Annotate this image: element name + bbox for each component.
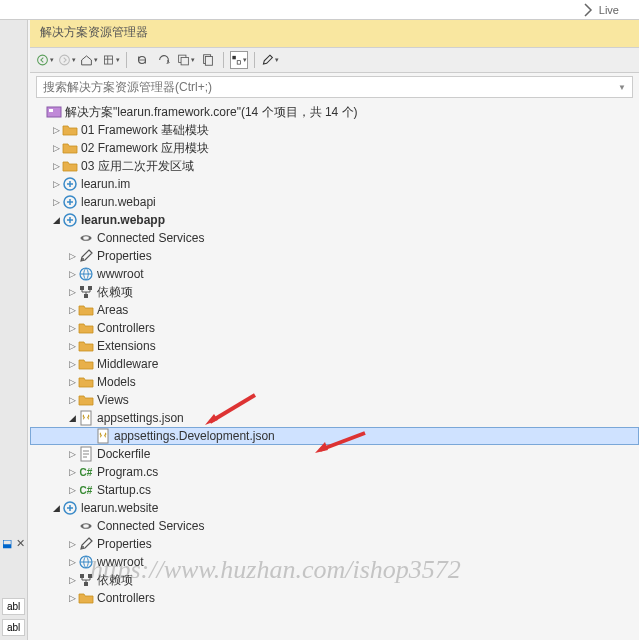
svg-rect-20: [84, 294, 88, 298]
tree-item[interactable]: ◢learun.webapp: [30, 211, 639, 229]
scope-button[interactable]: [102, 51, 120, 69]
tree-item-label: 01 Framework 基础模块: [81, 122, 209, 139]
tree-item[interactable]: ◢learun.website: [30, 499, 639, 517]
home-button[interactable]: [80, 51, 98, 69]
folder-icon: [78, 321, 94, 336]
collapse-all-button[interactable]: [177, 51, 195, 69]
expand-icon[interactable]: ▷: [66, 250, 78, 262]
vertical-tab-2[interactable]: abl: [2, 619, 25, 636]
tree-item[interactable]: ▷依赖项: [30, 571, 639, 589]
vertical-tab-1[interactable]: abl: [2, 598, 25, 615]
expand-icon[interactable]: ▷: [66, 556, 78, 568]
tree-item[interactable]: ▷03 应用二次开发区域: [30, 157, 639, 175]
svg-rect-10: [49, 109, 53, 112]
collapse-icon[interactable]: ◢: [50, 502, 62, 514]
expand-icon[interactable]: ▷: [66, 340, 78, 352]
expand-icon[interactable]: [66, 232, 78, 244]
expand-icon[interactable]: ▷: [50, 160, 62, 172]
expand-icon[interactable]: ▷: [66, 538, 78, 550]
expand-icon[interactable]: [66, 520, 78, 532]
folder-icon: [62, 159, 78, 174]
expand-icon[interactable]: ▷: [66, 268, 78, 280]
sync-button[interactable]: [133, 51, 151, 69]
tree-item[interactable]: appsettings.Development.json: [30, 427, 639, 445]
forward-button[interactable]: [58, 51, 76, 69]
search-dropdown-icon[interactable]: ▼: [618, 83, 626, 92]
tree-item-label: 02 Framework 应用模块: [81, 140, 209, 157]
collapse-icon[interactable]: ◢: [66, 412, 78, 424]
tree-item-label: 依赖项: [97, 572, 133, 589]
expand-icon[interactable]: ▷: [50, 178, 62, 190]
tree-item[interactable]: ▷01 Framework 基础模块: [30, 121, 639, 139]
tree-item[interactable]: Connected Services: [30, 229, 639, 247]
expand-icon[interactable]: ▷: [66, 484, 78, 496]
cs-icon: C#: [78, 483, 94, 498]
tree-item[interactable]: ◢appsettings.json: [30, 409, 639, 427]
live-share-icon[interactable]: [579, 2, 595, 18]
tree-item[interactable]: ▷learun.webapi: [30, 193, 639, 211]
svg-point-0: [38, 55, 48, 65]
connected-icon: [78, 231, 94, 246]
solution-icon: [46, 105, 62, 120]
search-box[interactable]: ▼: [36, 76, 633, 98]
collapse-icon[interactable]: ◢: [50, 214, 62, 226]
tree-item[interactable]: ▷Properties: [30, 535, 639, 553]
expand-icon[interactable]: ▷: [66, 394, 78, 406]
svg-point-14: [81, 237, 84, 240]
expand-icon[interactable]: ▷: [66, 358, 78, 370]
tree-item[interactable]: ▷Extensions: [30, 337, 639, 355]
show-all-files-button[interactable]: [199, 51, 217, 69]
view-button[interactable]: [230, 51, 248, 69]
back-button[interactable]: [36, 51, 54, 69]
tree-item[interactable]: ▷Areas: [30, 301, 639, 319]
tree-item[interactable]: ▷02 Framework 应用模块: [30, 139, 639, 157]
expand-icon[interactable]: ▷: [66, 592, 78, 604]
tree-item[interactable]: ▷依赖项: [30, 283, 639, 301]
tree-item-label: Startup.cs: [97, 483, 151, 497]
tree-item[interactable]: ▷Dockerfile: [30, 445, 639, 463]
tree-item[interactable]: ▷C#Program.cs: [30, 463, 639, 481]
tree-item-label: Connected Services: [97, 519, 204, 533]
expand-icon[interactable]: ▷: [66, 448, 78, 460]
expand-icon[interactable]: ▷: [66, 322, 78, 334]
expand-icon[interactable]: ▷: [66, 286, 78, 298]
tree-item-label: 依赖项: [97, 284, 133, 301]
tree-item-label: Properties: [97, 249, 152, 263]
tree-item[interactable]: ▷Models: [30, 373, 639, 391]
tree-item[interactable]: ▷wwwroot: [30, 265, 639, 283]
tree-item[interactable]: ▷Controllers: [30, 589, 639, 607]
tree-item[interactable]: ▷learun.im: [30, 175, 639, 193]
expand-icon[interactable]: ▷: [50, 196, 62, 208]
solution-tree: 解决方案"learun.framework.core"(14 个项目，共 14 …: [30, 101, 639, 609]
tree-item-label: Views: [97, 393, 129, 407]
tree-item[interactable]: Connected Services: [30, 517, 639, 535]
tree-item-label: learun.webapp: [81, 213, 165, 227]
search-input[interactable]: [43, 80, 618, 94]
live-share-label[interactable]: Live: [599, 4, 619, 16]
tree-item-label: Controllers: [97, 591, 155, 605]
tree-item[interactable]: ▷Views: [30, 391, 639, 409]
expand-icon[interactable]: ▷: [66, 376, 78, 388]
solution-node[interactable]: 解决方案"learun.framework.core"(14 个项目，共 14 …: [30, 103, 639, 121]
svg-rect-31: [84, 582, 88, 586]
expand-icon[interactable]: [34, 106, 46, 118]
expand-icon[interactable]: ▷: [66, 304, 78, 316]
folder-icon: [78, 357, 94, 372]
tree-item[interactable]: ▷Middleware: [30, 355, 639, 373]
pin-icon[interactable]: ⬓: [2, 537, 12, 550]
expand-icon[interactable]: ▷: [50, 124, 62, 136]
svg-rect-29: [80, 574, 84, 578]
tree-item[interactable]: ▷Controllers: [30, 319, 639, 337]
expand-icon[interactable]: ▷: [66, 574, 78, 586]
tree-item[interactable]: ▷Properties: [30, 247, 639, 265]
expand-icon[interactable]: ▷: [66, 466, 78, 478]
svg-rect-4: [181, 58, 188, 65]
properties-button[interactable]: [261, 51, 279, 69]
refresh-button[interactable]: [155, 51, 173, 69]
tree-item[interactable]: ▷wwwroot: [30, 553, 639, 571]
close-icon[interactable]: ✕: [16, 537, 25, 550]
expand-icon[interactable]: [83, 430, 95, 442]
tree-item[interactable]: ▷C#Startup.cs: [30, 481, 639, 499]
folder-icon: [78, 375, 94, 390]
expand-icon[interactable]: ▷: [50, 142, 62, 154]
